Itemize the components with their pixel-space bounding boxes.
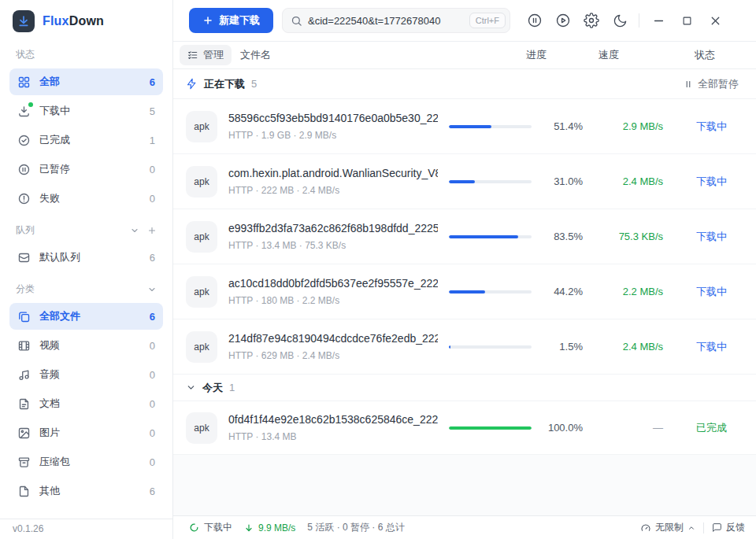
sidebar-item-all[interactable]: 全部 6 xyxy=(9,68,163,95)
group-title: 今天 xyxy=(202,381,223,395)
column-header-filename: 文件名 xyxy=(240,48,449,62)
progress-bar xyxy=(449,125,532,128)
sidebar-item-default-queue[interactable]: 默认队列 6 xyxy=(9,244,163,271)
sidebar-item-label: 全部 xyxy=(39,75,60,89)
sidebar-item-downloading[interactable]: 下载中 5 xyxy=(9,98,163,124)
add-queue-icon[interactable] xyxy=(147,226,157,235)
pause-all-button[interactable]: 全部暂停 xyxy=(684,77,739,91)
sidebar-item-other[interactable]: 其他 6 xyxy=(9,478,163,504)
app-title: FluxDown xyxy=(43,14,104,28)
sidebar-item-failed[interactable]: 失败 0 xyxy=(9,185,163,212)
group-title: 正在下载 xyxy=(204,77,245,91)
topbar-actions xyxy=(521,8,729,33)
pause-circle-icon xyxy=(17,163,31,176)
group-header-today[interactable]: 今天 1 xyxy=(173,375,756,401)
new-download-button[interactable]: 新建下载 xyxy=(189,8,273,33)
sidebar-item-label: 压缩包 xyxy=(39,455,70,469)
progress-bar xyxy=(449,345,532,349)
sidebar-item-audio[interactable]: 音频 0 xyxy=(9,361,163,388)
progress-percent: 100.0% xyxy=(539,422,583,434)
sidebar-item-video[interactable]: 视频 0 xyxy=(9,332,163,359)
theme-moon-icon[interactable] xyxy=(606,8,634,33)
file-meta: HTTP · 629 MB · 2.4 MB/s xyxy=(228,350,438,361)
sidebar-item-label: 图片 xyxy=(39,426,60,440)
download-row[interactable]: apk 58596cc5f93eb5bd9140176e0a0b5e30_222… xyxy=(173,99,756,154)
settings-gear-icon[interactable] xyxy=(577,8,606,33)
pause-all-circle-icon[interactable] xyxy=(521,8,549,33)
sidebar-item-label: 已完成 xyxy=(39,133,70,147)
file-type-badge: apk xyxy=(186,166,217,198)
file-type-badge: apk xyxy=(186,412,217,444)
column-header-progress: 进度 xyxy=(449,48,583,62)
app-window: FluxDown 状态 全部 6 下载中 5 已完成 1 xyxy=(0,0,756,539)
progress-bar-fill xyxy=(449,125,491,128)
sidebar-item-count: 6 xyxy=(150,485,155,497)
global-speed: 9.9 MB/s xyxy=(244,522,295,533)
sidebar-item-images[interactable]: 图片 0 xyxy=(9,419,163,446)
category-collapse-chevron-icon[interactable] xyxy=(147,285,157,294)
music-icon xyxy=(17,368,31,382)
message-square-icon xyxy=(712,522,722,533)
sidebar-item-label: 下载中 xyxy=(39,104,70,118)
close-icon[interactable] xyxy=(701,8,729,33)
sidebar-item-all-files[interactable]: 全部文件 6 xyxy=(9,303,163,330)
sidebar-item-paused[interactable]: 已暂停 0 xyxy=(9,156,163,183)
sidebar-section-status: 状态 xyxy=(9,39,163,68)
chevron-down-icon[interactable] xyxy=(186,382,196,393)
progress-bar-fill xyxy=(449,235,518,238)
sidebar-item-count: 5 xyxy=(150,105,155,117)
feedback-button[interactable]: 反馈 xyxy=(712,521,745,534)
inbox-icon xyxy=(17,251,31,264)
sidebar-item-count: 0 xyxy=(150,427,155,439)
sidebar-item-count: 0 xyxy=(150,193,155,205)
chevron-up-icon xyxy=(687,524,695,532)
progress-bar xyxy=(449,235,532,238)
sidebar-item-label: 已暂停 xyxy=(39,162,70,176)
grid-icon xyxy=(17,76,31,89)
progress-bar-fill xyxy=(449,345,450,349)
maximize-icon[interactable] xyxy=(673,8,701,33)
main-panel: 新建下载 Ctrl+F 管理 文件名 xyxy=(173,0,756,539)
table-header: 管理 文件名 进度 速度 状态 xyxy=(173,41,756,69)
download-row[interactable]: apk e993ffb2d3fa73a62c862f68b198dfdd_222… xyxy=(173,209,756,264)
sidebar-item-count: 0 xyxy=(150,340,155,352)
file-meta: HTTP · 180 MB · 2.2 MB/s xyxy=(228,295,438,306)
download-speed: 2.4 MB/s xyxy=(595,175,674,187)
sidebar-item-documents[interactable]: 文档 0 xyxy=(9,390,163,417)
download-row[interactable]: apk 214df87e94c8190494cdcdce76fe2edb_222… xyxy=(173,319,756,375)
sidebar-item-count: 1 xyxy=(150,135,155,146)
gauge-icon xyxy=(640,522,651,533)
download-status: 下载中 xyxy=(685,285,740,299)
download-speed: 2.4 MB/s xyxy=(595,341,674,353)
progress-bar-fill xyxy=(449,426,532,430)
resume-all-circle-icon[interactable] xyxy=(549,8,577,33)
download-row[interactable]: apk ac10cd18dd0bf2dfd5b637ee2f95557e_222… xyxy=(173,264,756,319)
progress-bar-fill xyxy=(449,180,475,183)
progress-percent: 31.0% xyxy=(539,175,583,187)
download-row-completed[interactable]: apk 0fd4f1f44e92e18c62b1538c625846ce_222… xyxy=(173,401,756,455)
manage-button[interactable]: 管理 xyxy=(180,45,232,65)
search-box[interactable]: Ctrl+F xyxy=(282,8,510,33)
image-icon xyxy=(17,426,31,440)
sidebar-item-archives[interactable]: 压缩包 0 xyxy=(9,449,163,475)
speed-limit-button[interactable]: 无限制 xyxy=(640,521,695,534)
file-meta: HTTP · 13.4 MB xyxy=(228,431,438,442)
progress-percent: 83.5% xyxy=(539,231,583,242)
app-version: v0.1.26 xyxy=(0,519,172,539)
file-name: 58596cc5f93eb5bd9140176e0a0b5e30_2225... xyxy=(228,112,438,124)
minimize-icon[interactable] xyxy=(644,8,673,33)
pause-icon xyxy=(684,79,693,89)
progress-percent: 1.5% xyxy=(539,341,583,353)
download-row[interactable]: apk com.hexin.plat.android.WanlianSecuri… xyxy=(173,154,756,209)
file-name: 214df87e94c8190494cdcdce76fe2edb_22254..… xyxy=(228,332,438,345)
file-icon xyxy=(17,485,31,498)
file-meta: HTTP · 1.9 GB · 2.9 MB/s xyxy=(228,130,438,141)
queue-collapse-chevron-icon[interactable] xyxy=(130,226,139,235)
sidebar-item-completed[interactable]: 已完成 1 xyxy=(9,127,163,153)
download-speed: — xyxy=(595,422,674,434)
sidebar-item-label: 文档 xyxy=(39,397,60,411)
download-summary: 5 活跃 · 0 暂停 · 6 总计 xyxy=(307,521,404,534)
sidebar-nav: 状态 全部 6 下载中 5 已完成 1 已暂停 0 xyxy=(0,39,172,519)
progress-bar xyxy=(449,290,532,293)
search-input[interactable] xyxy=(308,15,464,27)
